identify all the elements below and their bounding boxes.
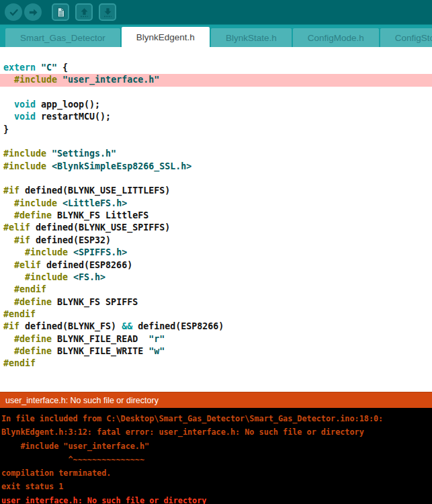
code-line: void app_loop(); xyxy=(0,99,432,111)
tab-label: ConfigStore.h xyxy=(395,33,432,43)
verify-button[interactable] xyxy=(5,3,22,21)
upload-button[interactable] xyxy=(24,3,42,21)
open-button[interactable] xyxy=(75,3,93,21)
toolbar-buttons xyxy=(5,3,118,21)
tab-label: ConfigMode.h xyxy=(308,33,364,43)
code-line: #if defined(ESP32) xyxy=(0,235,432,247)
code-line: #define BLYNK_FILE_WRITE "w" xyxy=(0,345,432,358)
code-line: #endif xyxy=(0,284,432,296)
code-line xyxy=(0,136,432,148)
code-line: #endif xyxy=(0,358,432,370)
status-bar: user_interface.h: No such file or direct… xyxy=(0,392,432,408)
console-line: In file included from C:\Desktop\Smart_G… xyxy=(1,412,432,425)
status-message: user_interface.h: No such file or direct… xyxy=(5,396,159,405)
toolbar xyxy=(0,0,432,24)
tab-bar: Smart_Gas_DetectorBlynkEdgent.hBlynkStat… xyxy=(0,24,432,47)
tab-configmode-h[interactable]: ConfigMode.h xyxy=(293,28,379,47)
code-line: #define BLYNK_FS SPIFFS xyxy=(0,296,432,308)
save-button[interactable] xyxy=(99,3,116,21)
code-line: #if defined(BLYNK_USE_LITTLEFS) xyxy=(0,185,432,197)
console-line: ^~~~~~~~~~~~~~~~ xyxy=(1,453,432,466)
console-line: #include "user_interface.h" xyxy=(1,439,432,453)
tab-blynkedgent-h[interactable]: BlynkEdgent.h xyxy=(122,27,210,47)
new-button[interactable] xyxy=(52,3,69,21)
code-editor[interactable]: extern "C" { #include "user_interface.h"… xyxy=(0,47,432,392)
code-line-error-highlight: #include "user_interface.h" xyxy=(0,74,432,86)
code-line: extern "C" { xyxy=(0,62,432,74)
console-line: compilation terminated. xyxy=(1,466,432,480)
document-icon xyxy=(55,7,67,18)
code-line xyxy=(0,87,432,99)
code-line: #include <SPIFFS.h> xyxy=(0,247,432,259)
arrow-down-icon xyxy=(102,7,114,18)
console-error-summary-line: user_interface.h: No such file or direct… xyxy=(1,494,432,504)
code-line: } xyxy=(0,124,432,136)
console-line: exit status 1 xyxy=(1,480,432,493)
code-line: #endif xyxy=(0,308,432,321)
console-output[interactable]: In file included from C:\Desktop\Smart_G… xyxy=(0,408,432,504)
tab-configstore-h[interactable]: ConfigStore.h xyxy=(380,28,432,47)
check-icon xyxy=(8,7,19,18)
code-line xyxy=(0,173,432,185)
arrow-right-icon xyxy=(28,7,39,18)
code-line: #include "Settings.h" xyxy=(0,148,432,160)
code-line: #define BLYNK_FS LittleFS xyxy=(0,210,432,222)
code-line: #elif defined(BLYNK_USE_SPIFFS) xyxy=(0,222,432,234)
tab-label: BlynkState.h xyxy=(226,33,277,43)
code-line: void restartMCU(); xyxy=(0,111,432,123)
code-line: #elif defined(ESP8266) xyxy=(0,259,432,271)
arrow-up-icon xyxy=(79,7,90,18)
code-line: #include <BlynkSimpleEsp8266_SSL.h> xyxy=(0,161,432,173)
console-line: BlynkEdgent.h:3:12: fatal error: user_in… xyxy=(1,425,432,439)
code-line: #define BLYNK_FILE_READ "r" xyxy=(0,333,432,345)
code-line: #include <FS.h> xyxy=(0,271,432,284)
tab-blynkstate-h[interactable]: BlynkState.h xyxy=(211,28,292,47)
tab-label: BlynkEdgent.h xyxy=(136,32,195,42)
code-line: #if defined(BLYNK_FS) && defined(ESP8266… xyxy=(0,321,432,333)
tab-label: Smart_Gas_Detector xyxy=(20,33,105,43)
tab-smart-gas-detector[interactable]: Smart_Gas_Detector xyxy=(5,28,120,47)
code-line: #include <LittleFS.h> xyxy=(0,198,432,210)
